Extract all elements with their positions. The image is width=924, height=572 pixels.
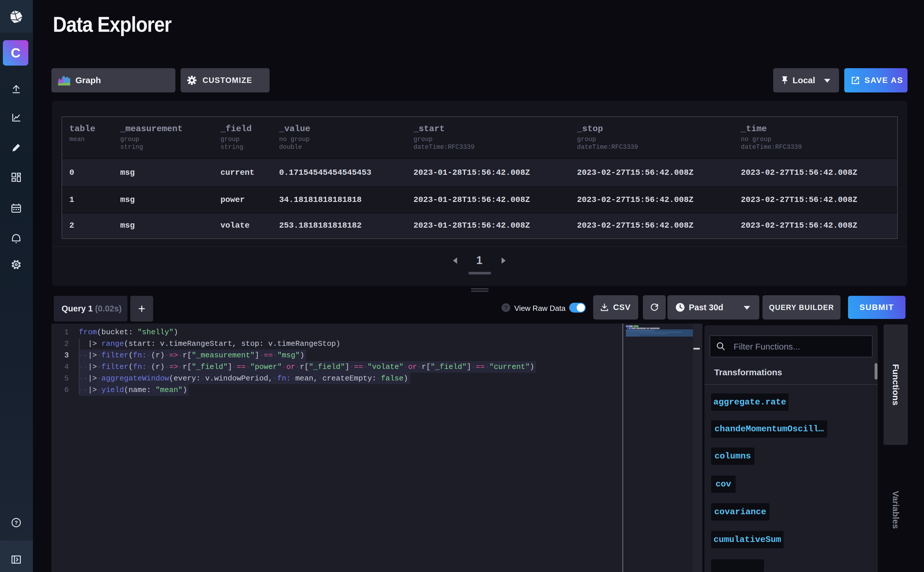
- svg-text:?: ?: [14, 520, 18, 526]
